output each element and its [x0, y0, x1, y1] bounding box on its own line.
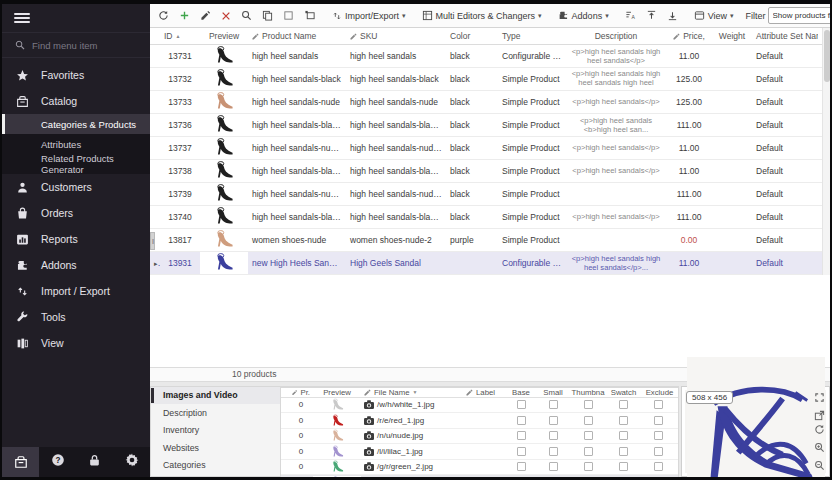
column-header[interactable]: Small: [537, 388, 569, 397]
column-header[interactable]: Pr.: [289, 388, 313, 397]
list-item[interactable]: 0/r/e/red_1.jpg: [281, 413, 678, 429]
settings-button[interactable]: [113, 447, 150, 477]
checkbox[interactable]: [619, 400, 628, 409]
sidebar-search[interactable]: [2, 32, 150, 58]
table-row[interactable]: 13738high heel sandals-black-37high heel…: [150, 160, 822, 183]
sidebar-item-orders[interactable]: Orders: [2, 200, 150, 226]
checkbox-cell[interactable]: [569, 447, 607, 456]
column-header[interactable]: Description: [566, 31, 666, 41]
delete-product-button[interactable]: [217, 6, 235, 26]
help-button[interactable]: ?: [39, 447, 76, 477]
table-row[interactable]: 13733high heel sandals-nudehigh heel san…: [150, 91, 822, 114]
column-header[interactable]: Swatch: [607, 388, 640, 397]
move-down-button[interactable]: [663, 6, 682, 26]
duplicate-button[interactable]: [300, 6, 320, 26]
table-row[interactable]: 13737high heel sandals-nude-36high heel …: [150, 137, 822, 160]
checkbox[interactable]: [619, 447, 628, 456]
sidebar-item-view[interactable]: View: [2, 330, 150, 356]
checkbox-cell[interactable]: [640, 447, 676, 456]
checkbox-cell[interactable]: [537, 462, 569, 471]
sidebar-item-tools[interactable]: Tools: [2, 304, 150, 330]
checkbox-cell[interactable]: [537, 400, 569, 409]
column-header[interactable]: Thumbna: [569, 388, 607, 397]
checkbox[interactable]: [619, 462, 628, 471]
checkbox-cell[interactable]: [505, 400, 537, 409]
table-row[interactable]: 13740high heel sandals-black-38high heel…: [150, 206, 822, 229]
checkbox-cell[interactable]: [607, 431, 640, 440]
checkbox-tool-button[interactable]: [279, 6, 298, 26]
checkbox-cell[interactable]: [607, 400, 640, 409]
search-input[interactable]: [32, 40, 132, 51]
checkbox[interactable]: [549, 431, 558, 440]
checkbox[interactable]: [549, 416, 558, 425]
table-row[interactable]: 13732high heel sandals-blackhigh heel sa…: [150, 68, 822, 91]
checkbox[interactable]: [517, 431, 526, 440]
checkbox-cell[interactable]: [537, 431, 569, 440]
add-product-button[interactable]: [175, 6, 194, 26]
checkbox[interactable]: [654, 447, 663, 456]
sidebar-splitter[interactable]: ||: [150, 232, 155, 250]
sort-button[interactable]: A: [621, 6, 640, 26]
checkbox-cell[interactable]: [607, 416, 640, 425]
checkbox-cell[interactable]: [505, 447, 537, 456]
view-menu[interactable]: View▾: [690, 6, 738, 26]
checkbox-cell[interactable]: [569, 462, 607, 471]
checkbox[interactable]: [549, 462, 558, 471]
checkbox[interactable]: [517, 416, 526, 425]
column-header[interactable]: Weight: [712, 31, 752, 41]
sidebar-item-catalog[interactable]: Catalog: [2, 88, 150, 114]
list-item[interactable]: 0/w/h/white_1.jpg: [281, 398, 678, 414]
tab-images-and-video[interactable]: Images and Video: [151, 387, 280, 405]
search-products-button[interactable]: [237, 6, 256, 26]
column-header[interactable]: SKU: [346, 31, 446, 41]
copy-button[interactable]: [258, 6, 277, 26]
column-header[interactable]: File Name▼: [361, 388, 463, 397]
checkbox-cell[interactable]: [569, 431, 607, 440]
import-export-menu[interactable]: Import/Export▾: [328, 6, 410, 26]
tab-categories[interactable]: Categories: [151, 457, 280, 475]
refresh-button[interactable]: [154, 6, 173, 26]
zoom-out-icon[interactable]: [812, 458, 826, 472]
checkbox[interactable]: [654, 400, 663, 409]
checkbox-cell[interactable]: [640, 400, 676, 409]
addons-menu[interactable]: Addons▾: [554, 6, 613, 26]
sidebar-item-customers[interactable]: Customers: [2, 174, 150, 200]
sidebar-item-attributes[interactable]: Attributes: [2, 134, 150, 154]
checkbox[interactable]: [584, 400, 593, 409]
checkbox[interactable]: [584, 416, 593, 425]
checkbox[interactable]: [517, 447, 526, 456]
list-item[interactable]: ▸1/b/l/blue_6.jpg: [281, 475, 678, 480]
checkbox-cell[interactable]: [569, 400, 607, 409]
sidebar-item-reports[interactable]: Reports: [2, 226, 150, 252]
checkbox[interactable]: [654, 462, 663, 471]
checkbox[interactable]: [517, 462, 526, 471]
multi-editors-menu[interactable]: Multi Editors & Changers▾: [418, 6, 546, 26]
tab-related-products[interactable]: Related Products: [151, 474, 280, 480]
checkbox[interactable]: [654, 416, 663, 425]
zoom-in-icon[interactable]: [812, 440, 826, 454]
sidebar-item-favorites[interactable]: Favorites: [2, 62, 150, 88]
column-header[interactable]: Attribute Set Name: [752, 31, 818, 41]
tab-websites[interactable]: Websites: [151, 439, 280, 457]
checkbox-cell[interactable]: [569, 416, 607, 425]
checkbox-cell[interactable]: [640, 431, 676, 440]
edit-product-button[interactable]: [196, 6, 215, 26]
checkbox[interactable]: [584, 431, 593, 440]
checkbox-cell[interactable]: [537, 416, 569, 425]
sidebar-item-import-export[interactable]: Import / Export: [2, 278, 150, 304]
checkbox[interactable]: [517, 400, 526, 409]
filter-select[interactable]: Show products from selected categories▾: [768, 7, 830, 24]
column-header[interactable]: Preview: [313, 388, 361, 397]
list-item[interactable]: 0/n/u/nude.jpg: [281, 429, 678, 445]
checkbox[interactable]: [619, 416, 628, 425]
checkbox-cell[interactable]: [505, 431, 537, 440]
checkbox-cell[interactable]: [607, 462, 640, 471]
lock-button[interactable]: [76, 447, 113, 477]
move-up-button[interactable]: [642, 6, 661, 26]
tab-inventory[interactable]: Inventory: [151, 422, 280, 440]
tab-description[interactable]: Description: [151, 404, 280, 422]
rotate-icon[interactable]: [812, 422, 826, 436]
checkbox-cell[interactable]: [505, 416, 537, 425]
column-header[interactable]: Price,: [666, 31, 712, 41]
checkbox-cell[interactable]: [640, 416, 676, 425]
